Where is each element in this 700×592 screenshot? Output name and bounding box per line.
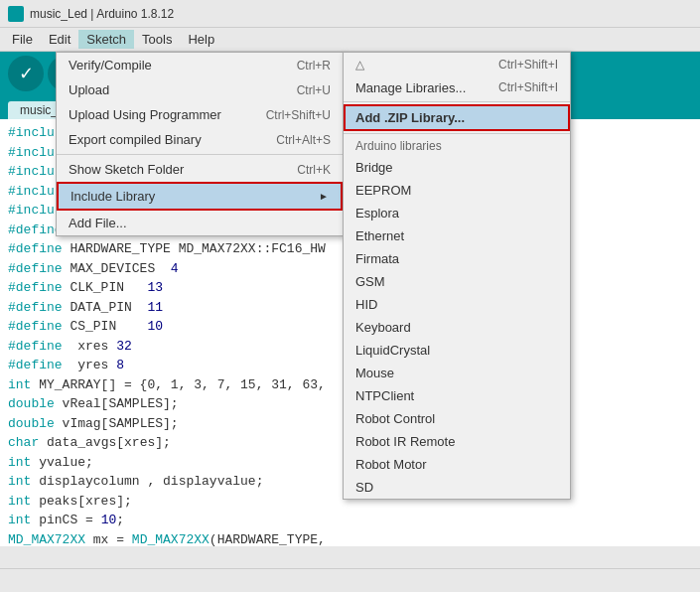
menu-item-file[interactable]: File [4,30,41,49]
code-line-16: double vImag[SAMPLES]; [8,414,692,434]
code-line-13: #define yres 8 [8,356,692,375]
code-line-1: #inclu [8,123,692,143]
status-bar [0,568,700,592]
menu-item-tools[interactable]: Tools [134,30,180,49]
code-line-8: #define MAX_DEVICES 4 [8,259,692,279]
code-line-14: int MY_ARRAY[] = {0, 1, 3, 7, 15, 31, 63… [8,375,692,395]
code-line-9: #define CLK_PIN 13 [8,278,692,298]
code-line-3: #inclu [8,162,692,182]
code-line-20: int peaks[xres]; [8,492,692,512]
tab-music-led[interactable]: music_Led [8,101,89,119]
code-line-11: #define CS_PIN 10 [8,317,692,337]
menu-item-help[interactable]: Help [180,30,222,49]
code-line-4: #inclu [8,182,692,202]
code-line-12: #define xres 32 [8,337,692,357]
menu-item-edit[interactable]: Edit [41,30,78,49]
verify-button[interactable]: ✓ [8,56,44,91]
code-line-7: #define HARDWARE_TYPE MD_MAX72XX::FC16_H… [8,239,692,259]
toolbar: ✓ → [0,52,700,95]
code-line-21: int pinCS = 10; [8,511,692,530]
code-line-10: #define DATA_PIN 11 [8,298,692,318]
code-line-15: double vReal[SAMPLES]; [8,394,692,414]
code-line-18: int yvalue; [8,453,692,473]
code-line-19: int displaycolumn , displayvalue; [8,472,692,492]
code-line-17: char data_avgs[xres]; [8,433,692,453]
code-line-5: #inclu [8,201,692,221]
editor: #inclu #inclu #inclu #inclu #inclu #defi… [0,119,700,546]
code-line-22: MD_MAX72XX mx = MD_MAX72XX(HARDWARE_TYPE… [8,530,692,547]
menu-bar: File Edit Sketch Tools Help [0,28,700,52]
code-line-6: #define SAMPLES 64 [8,221,692,240]
code-line-2: #inclu [8,143,692,163]
tab-bar: music_Led [0,95,700,119]
arduino-icon [8,6,24,22]
title-bar: music_Led | Arduino 1.8.12 [0,0,700,28]
title-text: music_Led | Arduino 1.8.12 [30,7,174,21]
menu-item-sketch[interactable]: Sketch [78,30,134,49]
upload-button[interactable]: → [48,56,83,91]
